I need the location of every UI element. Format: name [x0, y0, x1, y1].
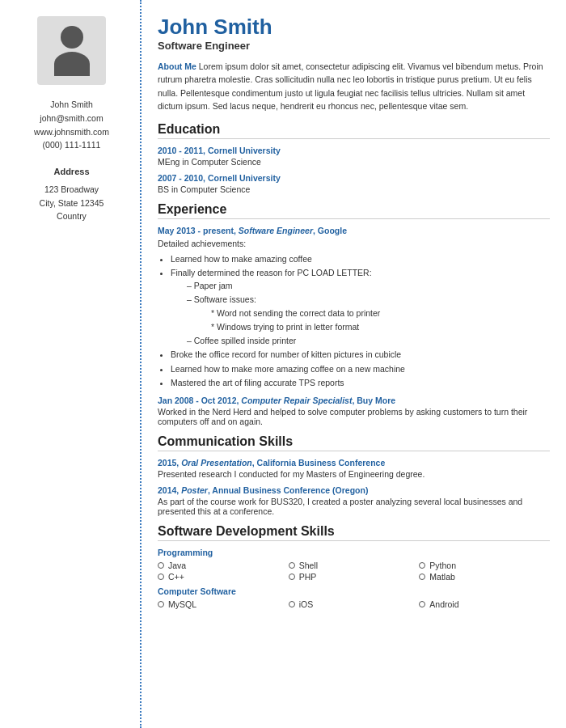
exp-0-bullets: Learned how to make amazing coffee Final…: [171, 252, 550, 390]
city-state: City, State 12345: [40, 197, 104, 210]
edu-0-header: 2010 - 2011, Cornell University: [158, 146, 550, 155]
sidebar: John Smith john@smith.com www.johnsmith.…: [0, 0, 142, 728]
contact-info: John Smith john@smith.com www.johnsmith.…: [34, 98, 109, 152]
dash-item: Software issues: Word not sending the co…: [187, 293, 550, 333]
skill-java: Java: [158, 561, 289, 570]
programming-grid: Java Shell Python C++ PHP Matlab: [158, 561, 550, 582]
comm-0-header: 2015, Oral Presentation, California Busi…: [158, 458, 550, 468]
bullet-item: Mastered the art of filing accurate TPS …: [171, 376, 550, 389]
main-content: John Smith Software Engineer About Me Lo…: [142, 0, 566, 728]
star-list: Word not sending the correct data to pri…: [211, 307, 550, 334]
comm-entry-1: 2014, Poster, Annual Business Conference…: [158, 485, 550, 516]
dash-item: Coffee spilled inside printer: [187, 334, 550, 347]
bullet-item: Finally determined the reason for PC LOA…: [171, 266, 550, 348]
education-entry-1: 2007 - 2010, Cornell University BS in Co…: [158, 173, 550, 194]
edu-1-degree: BS in Computer Science: [158, 184, 550, 194]
education-entry-0: 2010 - 2011, Cornell University MEng in …: [158, 146, 550, 167]
skill-matlab: Matlab: [419, 572, 550, 582]
skill-cpp: C++: [158, 572, 289, 582]
communication-section: Communication Skills 2015, Oral Presenta…: [158, 434, 550, 516]
star-item: Word not sending the correct data to pri…: [211, 307, 550, 320]
skill-shell: Shell: [289, 561, 420, 570]
sidebar-email: john@smith.com: [34, 112, 109, 125]
edu-0-degree: MEng in Computer Science: [158, 157, 550, 167]
exp-0-desc: Detailed achievements:: [158, 237, 550, 250]
sidebar-website: www.johnsmith.com: [34, 125, 109, 139]
exp-1-header: Jan 2008 - Oct 2012, Computer Repair Spe…: [158, 396, 550, 405]
experience-section: Experience May 2013 - present, Software …: [158, 202, 550, 426]
sidebar-name: John Smith: [34, 98, 109, 112]
comm-0-desc: Presented research I conducted for my Ma…: [158, 469, 550, 479]
star-item: Windows trying to print in letter format: [211, 320, 550, 333]
job-title: Software Engineer: [158, 40, 550, 52]
experience-entry-0: May 2013 - present, Software Engineer, G…: [158, 226, 550, 389]
skill-mysql: MySQL: [158, 599, 289, 609]
name-title-block: John Smith Software Engineer: [158, 15, 550, 52]
street: 123 Broadway: [40, 183, 104, 197]
country: Country: [40, 210, 104, 223]
education-section: Education 2010 - 2011, Cornell Universit…: [158, 122, 550, 194]
skill-ios: iOS: [289, 599, 420, 609]
dash-list: Paper jam Software issues: Word not send…: [187, 279, 550, 347]
computer-software-category: Computer Software: [158, 586, 550, 596]
experience-entry-1: Jan 2008 - Oct 2012, Computer Repair Spe…: [158, 396, 550, 426]
communication-title: Communication Skills: [158, 434, 550, 451]
programming-category: Programming: [158, 548, 550, 557]
avatar: [37, 16, 106, 85]
about-label: About Me: [158, 61, 196, 71]
bullet-item: Learned how to make more amazing coffee …: [171, 362, 550, 375]
exp-1-desc: Worked in the Nerd Herd and helped to so…: [158, 407, 550, 426]
about-text: Lorem ipsum dolor sit amet, consectetur …: [158, 61, 543, 111]
person-icon: [54, 26, 90, 76]
dash-item: Paper jam: [187, 279, 550, 292]
address-label: Address: [40, 165, 104, 180]
full-name: John Smith: [158, 15, 550, 40]
bullet-item: Learned how to make amazing coffee: [171, 252, 550, 265]
skill-php: PHP: [289, 572, 420, 582]
skill-android: Android: [419, 599, 550, 609]
comm-1-header: 2014, Poster, Annual Business Conference…: [158, 485, 550, 495]
skill-python: Python: [419, 561, 550, 570]
experience-title: Experience: [158, 202, 550, 219]
education-title: Education: [158, 122, 550, 139]
edu-1-header: 2007 - 2010, Cornell University: [158, 173, 550, 183]
comm-1-desc: As part of the course work for BUS320, I…: [158, 497, 550, 516]
skills-title: Software Development Skills: [158, 524, 550, 541]
about-section: About Me Lorem ipsum dolor sit amet, con…: [158, 60, 550, 112]
comm-entry-0: 2015, Oral Presentation, California Busi…: [158, 458, 550, 479]
sidebar-phone: (000) 111-1111: [34, 138, 109, 152]
bullet-item: Broke the office record for number of ki…: [171, 348, 550, 361]
address-info: Address 123 Broadway City, State 12345 C…: [40, 165, 104, 223]
exp-0-header: May 2013 - present, Software Engineer, G…: [158, 226, 550, 235]
computer-software-grid: MySQL iOS Android: [158, 599, 550, 609]
skills-section: Software Development Skills Programming …: [158, 524, 550, 609]
